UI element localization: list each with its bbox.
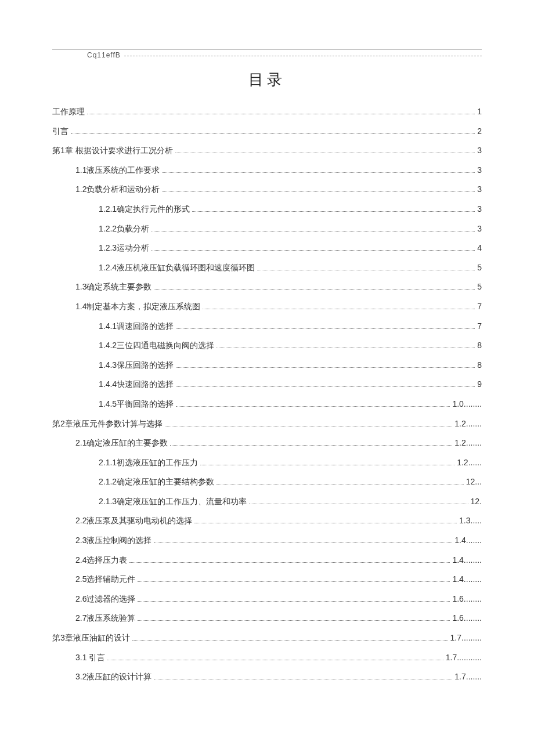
- toc-leader-dots: [132, 640, 448, 641]
- toc-entry: 2.3液压控制阀的选择1.4.......: [75, 535, 482, 547]
- toc-leader-dots: [162, 191, 475, 192]
- toc-entry-page: 7: [477, 301, 482, 313]
- toc-leader-dots: [217, 484, 464, 484]
- toc-entry-label: 3.1 引言: [75, 652, 105, 664]
- toc-entry-label: 1.1液压系统的工作要求: [75, 165, 160, 176]
- toc-entry-label: 1.2.4液压机液压缸负载循环图和速度循环图: [99, 262, 255, 274]
- toc-leader-dots: [176, 386, 475, 387]
- toc-entry: 2.1.2确定液压缸的主要结构参数12...: [99, 476, 482, 488]
- toc-leader-dots: [154, 679, 452, 679]
- page-title: 目录: [52, 70, 482, 90]
- toc-entry-page: 7: [477, 321, 482, 332]
- toc-entry-page: 1.7.........: [450, 632, 482, 644]
- toc-entry: 1.1液压系统的工作要求3: [75, 165, 482, 176]
- table-of-contents: 工作原理1引言2第1章 根据设计要求进行工况分析31.1液压系统的工作要求31.…: [52, 106, 482, 683]
- toc-entry-label: 2.1.1初选液压缸的工作压力: [99, 457, 198, 469]
- toc-entry: 工作原理1: [52, 106, 482, 118]
- toc-entry-label: 2.1.3确定液压缸的工作压力、流量和功率: [99, 496, 247, 508]
- toc-entry-label: 2.3液压控制阀的选择: [75, 535, 151, 547]
- toc-entry: 2.1.3确定液压缸的工作压力、流量和功率12.: [99, 496, 482, 508]
- toc-leader-dots: [200, 465, 454, 465]
- toc-leader-dots: [194, 523, 457, 523]
- toc-leader-dots: [138, 581, 450, 582]
- toc-entry: 1.3确定系统主要参数5: [75, 281, 482, 293]
- toc-entry-page: 1.4.......: [454, 535, 482, 547]
- toc-entry-page: 3: [477, 223, 482, 235]
- toc-entry-label: 2.6过滤器的选择: [75, 594, 135, 605]
- header-dashed-rule: [124, 56, 482, 56]
- toc-entry-page: 1.2.......: [454, 437, 482, 449]
- toc-entry-page: 1.7.......: [454, 671, 482, 683]
- toc-leader-dots: [138, 620, 450, 621]
- toc-entry-page: 1.3.....: [459, 515, 482, 527]
- toc-leader-dots: [107, 660, 443, 660]
- toc-entry-label: 3.2液压缸的设计计算: [75, 671, 151, 683]
- toc-leader-dots: [176, 406, 450, 407]
- document-page: Cq11effB 目录 工作原理1引言2第1章 根据设计要求进行工况分析31.1…: [0, 0, 534, 756]
- toc-entry: 1.4.4快速回路的选择9: [99, 379, 482, 390]
- toc-entry-page: 8: [477, 360, 482, 371]
- toc-leader-dots: [71, 133, 475, 134]
- toc-entry-label: 1.4.1调速回路的选择: [99, 321, 174, 332]
- toc-entry: 3.2液压缸的设计计算1.7.......: [75, 671, 482, 683]
- toc-entry-label: 引言: [52, 126, 68, 138]
- toc-entry-page: 1.4........: [452, 555, 482, 566]
- toc-entry-label: 1.2.2负载分析: [99, 223, 149, 235]
- toc-entry: 引言2: [52, 126, 482, 138]
- toc-entry-label: 2.4选择压力表: [75, 555, 127, 566]
- toc-entry: 2.2液压泵及其驱动电动机的选择1.3.....: [75, 515, 482, 527]
- toc-entry: 第1章 根据设计要求进行工况分析3: [52, 145, 482, 157]
- page-header: Cq11effB: [52, 51, 482, 59]
- toc-entry-label: 1.3确定系统主要参数: [75, 281, 151, 293]
- toc-entry-label: 1.4.5平衡回路的选择: [99, 399, 174, 410]
- toc-entry-page: 1.2......: [457, 457, 482, 469]
- toc-entry-label: 1.2.3运动分析: [99, 243, 149, 254]
- toc-entry-page: 9: [477, 379, 482, 390]
- toc-entry-label: 第3章液压油缸的设计: [52, 632, 130, 644]
- toc-entry-page: 2: [477, 126, 482, 138]
- toc-entry-label: 1.2负载分析和运动分析: [75, 184, 160, 196]
- toc-entry-page: 1.2.......: [454, 418, 482, 430]
- toc-leader-dots: [217, 348, 475, 348]
- toc-entry: 1.2.4液压机液压缸负载循环图和速度循环图5: [99, 262, 482, 274]
- toc-entry: 第3章液压油缸的设计1.7.........: [52, 632, 482, 644]
- toc-leader-dots: [170, 445, 452, 446]
- toc-entry: 第2章液压元件参数计算与选择1.2.......: [52, 418, 482, 430]
- toc-entry: 2.4选择压力表1.4........: [75, 555, 482, 566]
- toc-entry-label: 1.4.3保压回路的选择: [99, 360, 174, 371]
- toc-entry-label: 2.2液压泵及其驱动电动机的选择: [75, 515, 192, 527]
- toc-leader-dots: [129, 562, 450, 563]
- toc-entry: 2.1确定液压缸的主要参数1.2.......: [75, 437, 482, 449]
- toc-leader-dots: [154, 542, 452, 543]
- toc-leader-dots: [154, 289, 475, 290]
- toc-leader-dots: [87, 114, 475, 114]
- toc-entry: 2.5选择辅助元件1.4........: [75, 574, 482, 585]
- toc-entry: 2.6过滤器的选择1.6........: [75, 594, 482, 605]
- toc-leader-dots: [162, 172, 475, 173]
- toc-entry-label: 1.4.2三位四通电磁换向阀的选择: [99, 340, 214, 352]
- toc-entry-label: 2.1.2确定液压缸的主要结构参数: [99, 476, 214, 488]
- header-top-rule: [52, 49, 482, 50]
- toc-entry-label: 1.2.1确定执行元件的形式: [99, 204, 190, 215]
- toc-entry-page: 12.: [471, 496, 482, 508]
- toc-entry-page: 1.0........: [452, 399, 482, 410]
- toc-entry-page: 5: [477, 262, 482, 274]
- toc-entry-page: 1: [477, 106, 482, 118]
- toc-entry-label: 工作原理: [52, 106, 85, 118]
- toc-entry-page: 1.7...........: [446, 652, 482, 664]
- toc-entry-label: 1.4.4快速回路的选择: [99, 379, 174, 390]
- toc-entry-page: 8: [477, 340, 482, 352]
- toc-entry-label: 第1章 根据设计要求进行工况分析: [52, 145, 173, 157]
- toc-entry-label: 2.1确定液压缸的主要参数: [75, 437, 168, 449]
- toc-entry-page: 4: [477, 243, 482, 254]
- toc-entry: 1.2.3运动分析4: [99, 243, 482, 254]
- header-code-text: Cq11effB: [52, 51, 124, 59]
- toc-entry: 1.4制定基本方案，拟定液压系统图7: [75, 301, 482, 313]
- toc-entry-page: 1.6........: [452, 613, 482, 624]
- toc-entry: 3.1 引言1.7...........: [75, 652, 482, 664]
- toc-entry-page: 1.4........: [452, 574, 482, 585]
- toc-entry-label: 1.4制定基本方案，拟定液压系统图: [75, 301, 200, 313]
- toc-entry-page: 3: [477, 184, 482, 196]
- toc-entry: 1.2负载分析和运动分析3: [75, 184, 482, 196]
- toc-entry: 1.2.2负载分析3: [99, 223, 482, 235]
